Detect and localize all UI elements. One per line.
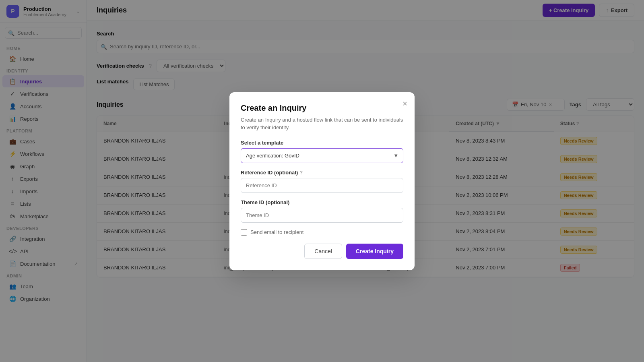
create-inquiry-modal: × Create an Inquiry Create an Inquiry an… bbox=[229, 92, 415, 270]
modal-subtitle: Create an Inquiry and a hosted flow link… bbox=[241, 116, 403, 132]
template-form-group: Select a template Age verification: GovI… bbox=[241, 140, 403, 163]
send-email-label: Send email to recipient bbox=[250, 229, 303, 235]
send-email-row: Send email to recipient bbox=[241, 229, 403, 236]
create-button[interactable]: Create Inquiry bbox=[346, 244, 403, 259]
reference-id-label: Reference ID (optional) ? bbox=[241, 170, 403, 176]
theme-id-input[interactable] bbox=[241, 208, 403, 223]
reference-id-help-icon: ? bbox=[299, 170, 303, 176]
theme-id-form-group: Theme ID (optional) bbox=[241, 199, 403, 223]
cancel-button[interactable]: Cancel bbox=[304, 244, 342, 259]
reference-id-form-group: Reference ID (optional) ? bbox=[241, 170, 403, 193]
theme-id-label: Theme ID (optional) bbox=[241, 199, 403, 205]
modal-actions: Cancel Create Inquiry bbox=[241, 244, 403, 259]
send-email-checkbox[interactable] bbox=[241, 229, 247, 236]
template-select[interactable]: Age verification: GovID Government ID Cu… bbox=[241, 148, 403, 163]
modal-overlay[interactable]: × Create an Inquiry Create an Inquiry an… bbox=[0, 0, 644, 362]
template-label: Select a template bbox=[241, 140, 403, 146]
modal-close-button[interactable]: × bbox=[402, 99, 407, 108]
modal-title: Create an Inquiry bbox=[241, 103, 403, 113]
reference-id-input[interactable] bbox=[241, 178, 403, 193]
